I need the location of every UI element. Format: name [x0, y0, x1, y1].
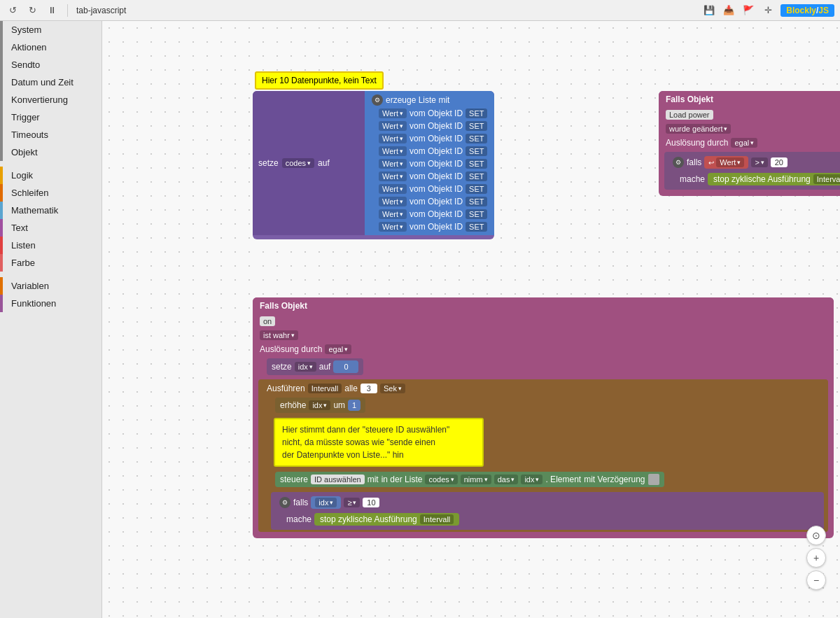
sidebar-item-datum[interactable]: Datum und Zeit [0, 73, 102, 91]
sidebar-item-aktionen[interactable]: Aktionen [0, 38, 102, 56]
sidebar-item-logik[interactable]: Logik [0, 167, 102, 184]
falls-idx-block: ⚙ falls idx ≥ 10 mache stop [271, 492, 824, 530]
sidebar-item-schleifen[interactable]: Schleifen [0, 184, 102, 202]
sidebar-item-listen[interactable]: Listen [0, 237, 102, 254]
wert-drop-5[interactable]: Wert [379, 159, 407, 169]
wert-drop-9[interactable]: Wert [379, 209, 407, 219]
set-chip-6[interactable]: SET [465, 171, 487, 181]
list-row-5: Wert vom Objekt ID SET [376, 157, 490, 170]
wert-block-right[interactable]: ↩ Wert [704, 156, 748, 169]
codes-drop-2[interactable]: codes [425, 475, 457, 484]
num10-input[interactable]: 10 [363, 498, 379, 507]
intervall-chip-3[interactable]: Intervall [420, 514, 454, 524]
idx-drop-2[interactable]: idx [309, 400, 330, 410]
sidebar-item-trigger[interactable]: Trigger [0, 108, 102, 126]
sidebar-item-system[interactable]: System [0, 21, 102, 38]
set-chip-10[interactable]: SET [465, 222, 487, 232]
load-power-chip[interactable]: Load power [666, 110, 713, 120]
wert-drop-7[interactable]: Wert [379, 184, 407, 194]
blocklyjs-badge[interactable]: Blockly/JS [780, 4, 834, 17]
intervall-chip-bottom[interactable]: Intervall [308, 384, 342, 393]
set-chip-2[interactable]: SET [465, 121, 487, 131]
redo-icon[interactable]: ↻ [25, 3, 39, 17]
wert-drop-3[interactable]: Wert [379, 134, 407, 143]
falls-label-bottom: falls [293, 498, 308, 507]
blockly-label: Blockly [786, 6, 816, 15]
set-chip-9[interactable]: SET [465, 209, 487, 219]
import-icon[interactable]: 📥 [722, 3, 736, 17]
sidebar-item-funktionen[interactable]: Funktionen [0, 295, 102, 312]
sidebar-item-text[interactable]: Text [0, 219, 102, 237]
erhohe-block[interactable]: erhöhe idx um 1 [275, 398, 365, 413]
nimm-drop[interactable]: nimm [461, 475, 491, 484]
list-row-1: Wert vom Objekt ID SET [376, 107, 490, 120]
gte-drop[interactable]: ≥ [344, 498, 360, 507]
wert-drop-4[interactable]: Wert [379, 146, 407, 156]
set-chip-5[interactable]: SET [465, 159, 487, 169]
zoom-out-button[interactable]: − [806, 570, 826, 590]
gear-icon-falls-right[interactable]: ⚙ [673, 157, 684, 168]
set-chip-4[interactable]: SET [465, 146, 487, 156]
num20-input[interactable]: 20 [771, 157, 788, 167]
gear-icon-erzeuge[interactable]: ⚙ [372, 94, 383, 106]
sidebar-item-farbe[interactable]: Farbe [0, 254, 102, 272]
das-drop[interactable]: das [494, 475, 519, 484]
sidebar-item-mathematik[interactable]: Mathematik [0, 202, 102, 219]
idx-drop-4[interactable]: idx [315, 498, 337, 507]
num1-block[interactable]: 1 [348, 400, 360, 411]
set-chip-3[interactable]: SET [465, 134, 487, 143]
stop-zykl-block-bottom[interactable]: stop zyklische Ausführung Intervall [314, 513, 459, 526]
wert-inner-drop[interactable]: Wert [716, 157, 744, 167]
gt-drop[interactable]: > [751, 157, 767, 167]
mache-label-right: mache [680, 174, 705, 184]
codes-dropdown[interactable]: codes [282, 158, 314, 168]
delay-checkbox[interactable] [648, 474, 659, 485]
save-icon[interactable]: 💾 [702, 3, 716, 17]
idx-drop-3[interactable]: idx [521, 475, 542, 484]
egal-drop-right[interactable]: egal [731, 138, 757, 148]
sidebar: System Aktionen Sendto Datum und Zeit Ko… [0, 21, 102, 618]
sidebar-item-konv[interactable]: Konvertierung [0, 91, 102, 108]
set-chip-8[interactable]: SET [465, 197, 487, 206]
wert-drop-1[interactable]: Wert [379, 108, 407, 118]
undo-icon[interactable]: ↺ [6, 3, 20, 17]
wurde-geandert-drop[interactable]: wurde geändert [666, 124, 731, 134]
setze-idx-block[interactable]: setze idx auf 0 [267, 358, 363, 375]
zoom-in-button[interactable]: + [806, 548, 826, 568]
topbar: ↺ ↻ ⏸ tab-javascript 💾 📥 🚩 ✛ Blockly/JS [0, 0, 840, 21]
sek-drop[interactable]: Sek [380, 384, 405, 393]
num0-block[interactable]: 0 [333, 360, 358, 373]
sidebar-item-variablen[interactable]: Variablen [0, 277, 102, 295]
wert-drop-2[interactable]: Wert [379, 121, 407, 131]
set-chip-7[interactable]: SET [465, 184, 487, 194]
ausfuhren-label: Ausführen [267, 384, 305, 393]
num3-input[interactable]: 3 [360, 384, 377, 393]
ist-wahr-drop[interactable]: ist wahr [260, 330, 298, 340]
intervall-chip-right[interactable]: Intervall [813, 174, 840, 184]
flag-icon[interactable]: 🚩 [741, 3, 755, 17]
canvas[interactable]: Hier 10 Datenpunkte, kein Text setze cod… [102, 21, 840, 618]
zoom-fit-button[interactable]: ⊙ [806, 526, 826, 545]
stop-zykl-block-right[interactable]: stop zyklische Ausführung Intervall [708, 173, 840, 185]
pause-icon[interactable]: ⏸ [45, 3, 59, 17]
on-chip[interactable]: on [260, 316, 275, 326]
block-setze-codes: setze codes auf ⚙ erzeuge Liste mit Wert [253, 91, 494, 239]
move-icon[interactable]: ✛ [761, 3, 775, 17]
egal-drop-bottom[interactable]: egal [325, 344, 351, 354]
sidebar-item-objekt[interactable]: Objekt [0, 143, 102, 161]
steuere-block[interactable]: steuere ID auswählen mit in der Liste co… [275, 472, 664, 487]
idx-drop-1[interactable]: idx [295, 362, 316, 372]
wert-drop-8[interactable]: Wert [379, 197, 407, 206]
idx4-block[interactable]: idx [311, 496, 341, 509]
falls-objekt-title-bottom: Falls Objekt [260, 301, 307, 311]
wert-drop-10[interactable]: Wert [379, 222, 407, 232]
sidebar-item-timeouts[interactable]: Timeouts [0, 126, 102, 143]
gear-icon-falls-bottom[interactable]: ⚙ [279, 497, 290, 508]
main-layout: System Aktionen Sendto Datum und Zeit Ko… [0, 21, 840, 618]
set-chip-1[interactable]: SET [465, 108, 487, 118]
sidebar-item-sendto[interactable]: Sendto [0, 56, 102, 73]
sidebar-sep-1 [0, 161, 102, 167]
id-auswahlen-chip[interactable]: ID auswählen [311, 475, 365, 484]
tab-label: tab-javascript [76, 6, 126, 15]
wert-drop-6[interactable]: Wert [379, 171, 407, 181]
